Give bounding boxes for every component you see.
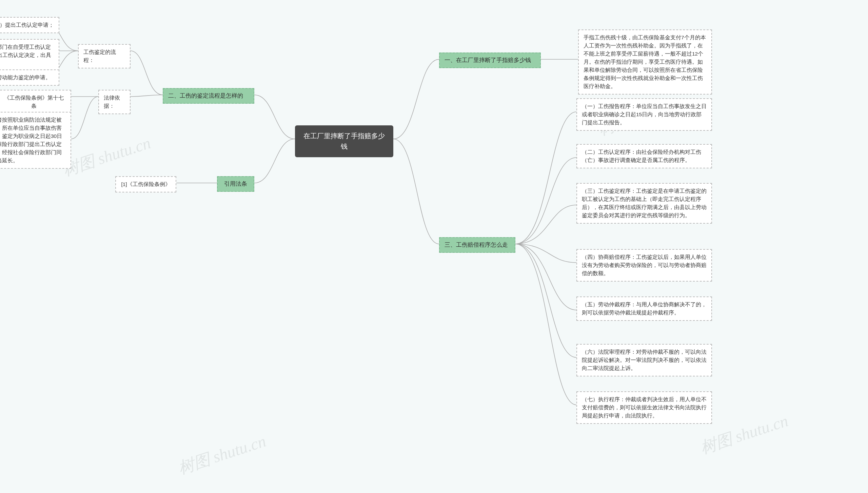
branch-3-leaf-6[interactable]: （六）法院审理程序：对劳动仲裁不服的，可以向法院提起诉讼解决。对一审法院判决不服… xyxy=(576,344,712,376)
branch-2-sub1[interactable]: 工伤鉴定的流程： xyxy=(78,44,131,68)
watermark: 树图 shutu.cn xyxy=(175,430,269,479)
branch-3-leaf-3[interactable]: （三）工伤鉴定程序：工伤鉴定是在申请工伤鉴定的职工被认定为工伤的基础上（即走完工… xyxy=(576,183,712,224)
branch-4-leaf[interactable]: [1]《工伤保险条例》 xyxy=(115,176,176,192)
branch-2[interactable]: 二、工伤的鉴定流程是怎样的 xyxy=(163,88,254,104)
connector-lines xyxy=(0,0,868,493)
branch-4[interactable]: 引用法条 xyxy=(217,176,254,192)
root-node[interactable]: 在工厂里摔断了手指赔多少钱 xyxy=(295,125,393,157)
branch-3-leaf-5[interactable]: （五）劳动仲裁程序：与用人单位协商解决不了的，则可以依据劳动仲裁法规提起仲裁程序… xyxy=(576,296,712,321)
branch-2-sub1-leaf-3[interactable]: （三）提出劳动能力鉴定的申请。 xyxy=(0,69,59,86)
branch-2-sub1-leaf-1[interactable]: （一）提出工伤认定申请； xyxy=(0,17,59,33)
branch-3-leaf-2[interactable]: （二）工伤认定程序：由社会保险经办机构对工伤（亡）事故进行调查确定是否属工伤的程… xyxy=(576,144,712,168)
watermark: 树图 shutu.cn xyxy=(60,132,154,181)
branch-3-leaf-4[interactable]: （四）协商赔偿程序：工伤鉴定以后，如果用人单位没有为劳动者购买劳动保险的，可以与… xyxy=(576,249,712,282)
branch-1[interactable]: 一、在工厂里摔断了手指赔多少钱 xyxy=(439,53,541,68)
branch-1-leaf[interactable]: 手指工伤伤残十级，由工伤保险基金支付7个月的本人工资作为一次性伤残补助金。因为手… xyxy=(578,29,712,95)
branch-2-sub2[interactable]: 法律依据： xyxy=(98,90,131,114)
mindmap-canvas: 树图 shutu.cn 树图 shutu.cn 树图 shutu.cn 树图 s… xyxy=(0,0,868,493)
branch-2-sub2-leaf-2[interactable]: 职工发生事故伤害或者按照职业病防治法规定被诊断、鉴定为职业病，所在单位应当自事故… xyxy=(0,112,71,169)
branch-3[interactable]: 三、工伤赔偿程序怎么走 xyxy=(439,237,515,253)
branch-2-sub1-leaf-2[interactable]: （二）社会保险行政部门在自受理工伤认定申请之日起60日内作出工伤认定决定，出具《… xyxy=(0,39,59,71)
branch-3-leaf-1[interactable]: （一）工伤报告程序：单位应当自工伤事故发生之日或者职业病确诊之日起15日内，向当… xyxy=(576,98,712,131)
branch-2-sub2-leaf-1[interactable]: 《工伤保险条例》第十七条 xyxy=(0,90,71,114)
branch-3-leaf-7[interactable]: （七）执行程序：仲裁或者判决生效后，用人单位不支付赔偿费的，则可以依据生效法律文… xyxy=(576,391,712,424)
